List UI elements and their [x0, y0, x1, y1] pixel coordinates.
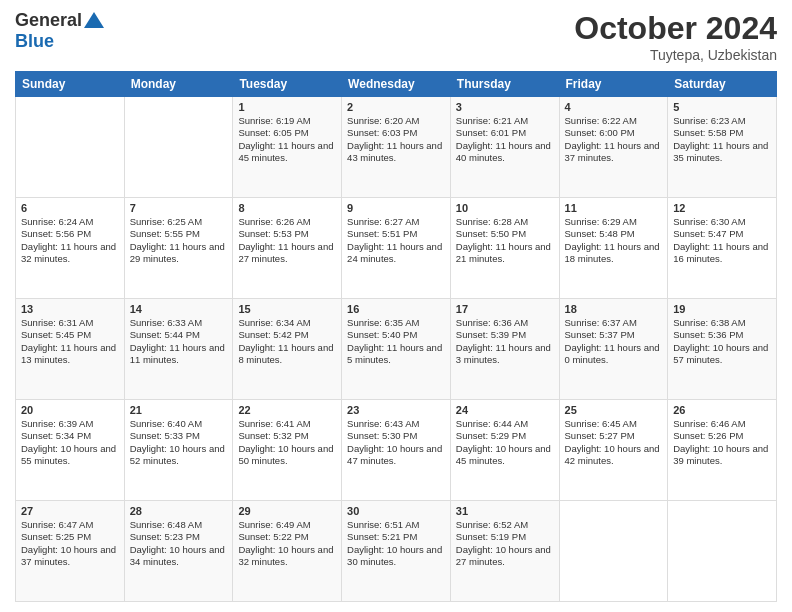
day-number: 13 — [21, 303, 119, 315]
calendar-cell: 12Sunrise: 6:30 AM Sunset: 5:47 PM Dayli… — [668, 198, 777, 299]
calendar-table: SundayMondayTuesdayWednesdayThursdayFrid… — [15, 71, 777, 602]
weekday-header: Saturday — [668, 72, 777, 97]
cell-content: Sunrise: 6:27 AM Sunset: 5:51 PM Dayligh… — [347, 216, 445, 265]
cell-content: Sunrise: 6:39 AM Sunset: 5:34 PM Dayligh… — [21, 418, 119, 467]
calendar-cell: 21Sunrise: 6:40 AM Sunset: 5:33 PM Dayli… — [124, 400, 233, 501]
calendar-cell: 17Sunrise: 6:36 AM Sunset: 5:39 PM Dayli… — [450, 299, 559, 400]
cell-content: Sunrise: 6:31 AM Sunset: 5:45 PM Dayligh… — [21, 317, 119, 366]
cell-content: Sunrise: 6:38 AM Sunset: 5:36 PM Dayligh… — [673, 317, 771, 366]
calendar-cell — [16, 97, 125, 198]
cell-content: Sunrise: 6:19 AM Sunset: 6:05 PM Dayligh… — [238, 115, 336, 164]
day-number: 27 — [21, 505, 119, 517]
day-number: 6 — [21, 202, 119, 214]
day-number: 10 — [456, 202, 554, 214]
cell-content: Sunrise: 6:43 AM Sunset: 5:30 PM Dayligh… — [347, 418, 445, 467]
calendar-week-row: 6Sunrise: 6:24 AM Sunset: 5:56 PM Daylig… — [16, 198, 777, 299]
calendar-cell: 3Sunrise: 6:21 AM Sunset: 6:01 PM Daylig… — [450, 97, 559, 198]
calendar-cell: 14Sunrise: 6:33 AM Sunset: 5:44 PM Dayli… — [124, 299, 233, 400]
cell-content: Sunrise: 6:21 AM Sunset: 6:01 PM Dayligh… — [456, 115, 554, 164]
calendar-cell: 26Sunrise: 6:46 AM Sunset: 5:26 PM Dayli… — [668, 400, 777, 501]
day-number: 22 — [238, 404, 336, 416]
calendar-cell: 28Sunrise: 6:48 AM Sunset: 5:23 PM Dayli… — [124, 501, 233, 602]
calendar-cell: 15Sunrise: 6:34 AM Sunset: 5:42 PM Dayli… — [233, 299, 342, 400]
day-number: 29 — [238, 505, 336, 517]
day-number: 17 — [456, 303, 554, 315]
day-number: 4 — [565, 101, 663, 113]
cell-content: Sunrise: 6:20 AM Sunset: 6:03 PM Dayligh… — [347, 115, 445, 164]
cell-content: Sunrise: 6:28 AM Sunset: 5:50 PM Dayligh… — [456, 216, 554, 265]
day-number: 5 — [673, 101, 771, 113]
calendar-cell: 1Sunrise: 6:19 AM Sunset: 6:05 PM Daylig… — [233, 97, 342, 198]
calendar-cell: 30Sunrise: 6:51 AM Sunset: 5:21 PM Dayli… — [342, 501, 451, 602]
day-number: 11 — [565, 202, 663, 214]
cell-content: Sunrise: 6:29 AM Sunset: 5:48 PM Dayligh… — [565, 216, 663, 265]
cell-content: Sunrise: 6:46 AM Sunset: 5:26 PM Dayligh… — [673, 418, 771, 467]
day-number: 28 — [130, 505, 228, 517]
calendar-cell: 11Sunrise: 6:29 AM Sunset: 5:48 PM Dayli… — [559, 198, 668, 299]
calendar-location: Tuytepa, Uzbekistan — [574, 47, 777, 63]
weekday-header: Sunday — [16, 72, 125, 97]
calendar-cell: 2Sunrise: 6:20 AM Sunset: 6:03 PM Daylig… — [342, 97, 451, 198]
day-number: 19 — [673, 303, 771, 315]
calendar-cell — [124, 97, 233, 198]
cell-content: Sunrise: 6:25 AM Sunset: 5:55 PM Dayligh… — [130, 216, 228, 265]
cell-content: Sunrise: 6:40 AM Sunset: 5:33 PM Dayligh… — [130, 418, 228, 467]
calendar-cell: 9Sunrise: 6:27 AM Sunset: 5:51 PM Daylig… — [342, 198, 451, 299]
calendar-cell: 24Sunrise: 6:44 AM Sunset: 5:29 PM Dayli… — [450, 400, 559, 501]
cell-content: Sunrise: 6:45 AM Sunset: 5:27 PM Dayligh… — [565, 418, 663, 467]
calendar-cell: 5Sunrise: 6:23 AM Sunset: 5:58 PM Daylig… — [668, 97, 777, 198]
calendar-cell: 27Sunrise: 6:47 AM Sunset: 5:25 PM Dayli… — [16, 501, 125, 602]
calendar-cell: 29Sunrise: 6:49 AM Sunset: 5:22 PM Dayli… — [233, 501, 342, 602]
weekday-header: Monday — [124, 72, 233, 97]
cell-content: Sunrise: 6:47 AM Sunset: 5:25 PM Dayligh… — [21, 519, 119, 568]
cell-content: Sunrise: 6:36 AM Sunset: 5:39 PM Dayligh… — [456, 317, 554, 366]
day-number: 21 — [130, 404, 228, 416]
day-number: 25 — [565, 404, 663, 416]
title-block: October 2024 Tuytepa, Uzbekistan — [574, 10, 777, 63]
calendar-cell: 20Sunrise: 6:39 AM Sunset: 5:34 PM Dayli… — [16, 400, 125, 501]
calendar-cell: 8Sunrise: 6:26 AM Sunset: 5:53 PM Daylig… — [233, 198, 342, 299]
cell-content: Sunrise: 6:23 AM Sunset: 5:58 PM Dayligh… — [673, 115, 771, 164]
day-number: 15 — [238, 303, 336, 315]
calendar-week-row: 27Sunrise: 6:47 AM Sunset: 5:25 PM Dayli… — [16, 501, 777, 602]
day-number: 2 — [347, 101, 445, 113]
calendar-cell: 18Sunrise: 6:37 AM Sunset: 5:37 PM Dayli… — [559, 299, 668, 400]
day-number: 31 — [456, 505, 554, 517]
cell-content: Sunrise: 6:33 AM Sunset: 5:44 PM Dayligh… — [130, 317, 228, 366]
cell-content: Sunrise: 6:22 AM Sunset: 6:00 PM Dayligh… — [565, 115, 663, 164]
calendar-cell: 7Sunrise: 6:25 AM Sunset: 5:55 PM Daylig… — [124, 198, 233, 299]
day-number: 9 — [347, 202, 445, 214]
weekday-header: Tuesday — [233, 72, 342, 97]
calendar-cell — [668, 501, 777, 602]
calendar-cell: 10Sunrise: 6:28 AM Sunset: 5:50 PM Dayli… — [450, 198, 559, 299]
calendar-title: October 2024 — [574, 10, 777, 47]
cell-content: Sunrise: 6:44 AM Sunset: 5:29 PM Dayligh… — [456, 418, 554, 467]
day-number: 20 — [21, 404, 119, 416]
day-number: 26 — [673, 404, 771, 416]
weekday-header: Wednesday — [342, 72, 451, 97]
cell-content: Sunrise: 6:37 AM Sunset: 5:37 PM Dayligh… — [565, 317, 663, 366]
calendar-cell — [559, 501, 668, 602]
calendar-cell: 31Sunrise: 6:52 AM Sunset: 5:19 PM Dayli… — [450, 501, 559, 602]
cell-content: Sunrise: 6:41 AM Sunset: 5:32 PM Dayligh… — [238, 418, 336, 467]
calendar-week-row: 1Sunrise: 6:19 AM Sunset: 6:05 PM Daylig… — [16, 97, 777, 198]
calendar-header-row: SundayMondayTuesdayWednesdayThursdayFrid… — [16, 72, 777, 97]
logo-general-text: General — [15, 10, 82, 31]
day-number: 3 — [456, 101, 554, 113]
day-number: 12 — [673, 202, 771, 214]
calendar-week-row: 13Sunrise: 6:31 AM Sunset: 5:45 PM Dayli… — [16, 299, 777, 400]
cell-content: Sunrise: 6:48 AM Sunset: 5:23 PM Dayligh… — [130, 519, 228, 568]
calendar-week-row: 20Sunrise: 6:39 AM Sunset: 5:34 PM Dayli… — [16, 400, 777, 501]
day-number: 1 — [238, 101, 336, 113]
cell-content: Sunrise: 6:34 AM Sunset: 5:42 PM Dayligh… — [238, 317, 336, 366]
cell-content: Sunrise: 6:26 AM Sunset: 5:53 PM Dayligh… — [238, 216, 336, 265]
calendar-cell: 19Sunrise: 6:38 AM Sunset: 5:36 PM Dayli… — [668, 299, 777, 400]
page: General Blue October 2024 Tuytepa, Uzbek… — [0, 0, 792, 612]
cell-content: Sunrise: 6:35 AM Sunset: 5:40 PM Dayligh… — [347, 317, 445, 366]
header: General Blue October 2024 Tuytepa, Uzbek… — [15, 10, 777, 63]
weekday-header: Thursday — [450, 72, 559, 97]
day-number: 7 — [130, 202, 228, 214]
cell-content: Sunrise: 6:30 AM Sunset: 5:47 PM Dayligh… — [673, 216, 771, 265]
weekday-header: Friday — [559, 72, 668, 97]
day-number: 14 — [130, 303, 228, 315]
